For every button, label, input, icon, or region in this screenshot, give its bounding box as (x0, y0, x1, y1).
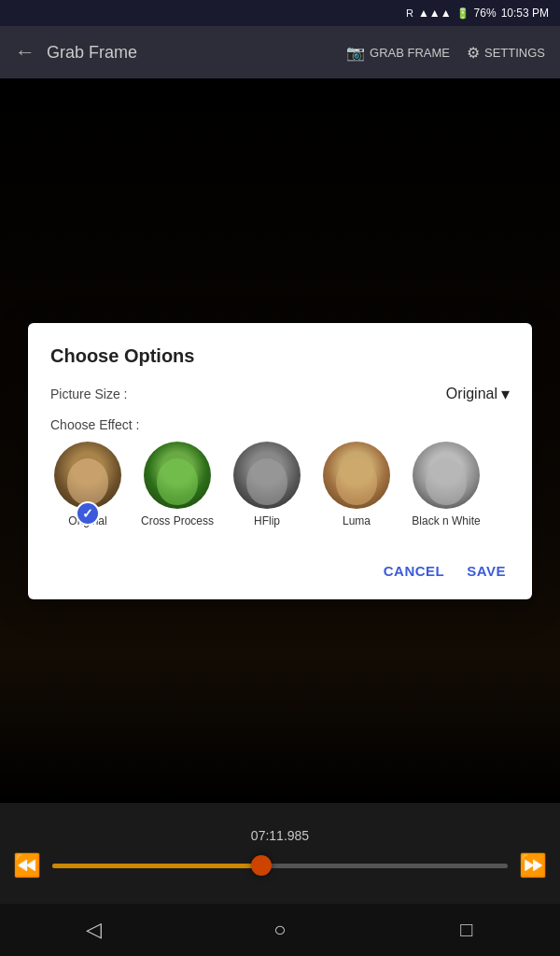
picture-size-dropdown[interactable]: Original ▾ (446, 384, 510, 404)
dialog-title: Choose Options (50, 345, 510, 367)
effect-cross-process[interactable]: Cross Process (140, 442, 215, 527)
skip-forward-button[interactable]: ⏩ (519, 852, 547, 879)
face-original (67, 458, 108, 505)
grab-frame-button[interactable]: 📷 GRAB FRAME (346, 44, 450, 62)
nav-home-button[interactable]: ○ (254, 904, 306, 956)
face-hflip (246, 458, 287, 505)
effect-name-hflip: HFlip (254, 514, 280, 527)
effect-thumb-bnw (413, 442, 480, 509)
seek-bar-container: ⏪ ⏩ (0, 852, 560, 879)
effect-thumb-cross-process (144, 442, 211, 509)
nav-back-icon: ◁ (86, 918, 102, 942)
navigation-bar: ◁ ○ □ (0, 904, 560, 956)
seek-fill (52, 864, 261, 868)
selected-checkmark: ✓ (76, 501, 100, 526)
effect-name-luma: Luma (343, 514, 371, 527)
battery-level: 76% (474, 7, 497, 20)
picture-size-row: Picture Size : Original ▾ (50, 384, 510, 404)
nav-home-icon: ○ (273, 918, 286, 942)
effect-black-n-white[interactable]: Black n White (409, 442, 483, 527)
choose-options-dialog: Choose Options Picture Size : Original ▾… (28, 323, 532, 599)
status-icons: R ▲▲▲ 🔋 76% 10:53 PM (406, 7, 549, 20)
nav-recent-button[interactable]: □ (441, 904, 493, 956)
face-bnw (426, 458, 467, 505)
effect-name-cross-process: Cross Process (141, 514, 214, 527)
settings-label: SETTINGS (484, 46, 545, 60)
grab-frame-label: GRAB FRAME (370, 46, 450, 60)
settings-icon: ⚙ (467, 44, 480, 62)
face-luma (336, 458, 377, 505)
app-title: Grab Frame (47, 43, 335, 63)
nav-recent-icon: □ (460, 918, 472, 942)
settings-button[interactable]: ⚙ SETTINGS (467, 44, 545, 62)
app-bar: ← Grab Frame 📷 GRAB FRAME ⚙ SETTINGS (0, 26, 560, 78)
save-button[interactable]: SAVE (463, 557, 510, 584)
status-bar: R ▲▲▲ 🔋 76% 10:53 PM (0, 0, 560, 26)
app-bar-actions: 📷 GRAB FRAME ⚙ SETTINGS (346, 44, 545, 62)
effect-thumb-hflip (233, 442, 301, 509)
dropdown-arrow-icon: ▾ (501, 384, 510, 404)
back-button[interactable]: ← (15, 40, 35, 64)
dialog-actions: CANCEL SAVE (50, 550, 510, 584)
nav-back-button[interactable]: ◁ (67, 904, 119, 956)
time-display: 10:53 PM (501, 7, 549, 20)
choose-effect-section: Choose Effect : ✓ Original Cross Process (50, 417, 510, 535)
picture-size-label: Picture Size : (50, 387, 144, 401)
picture-size-value: Original (446, 386, 497, 402)
choose-effect-label: Choose Effect : (50, 417, 510, 432)
effect-luma[interactable]: Luma (319, 442, 394, 527)
battery-icon: 🔋 (456, 7, 469, 20)
effect-original[interactable]: ✓ Original (50, 442, 125, 527)
effects-list: ✓ Original Cross Process HFlip (50, 442, 510, 535)
effect-name-bnw: Black n White (412, 514, 480, 527)
effect-hflip[interactable]: HFlip (230, 442, 304, 527)
effect-thumb-luma (323, 442, 390, 509)
dialog-overlay: Choose Options Picture Size : Original ▾… (0, 78, 560, 844)
seek-thumb[interactable] (251, 855, 272, 876)
signal-icon: R (406, 7, 413, 19)
cancel-button[interactable]: CANCEL (380, 557, 449, 584)
skip-back-button[interactable]: ⏪ (13, 852, 41, 879)
camera-icon: 📷 (346, 44, 365, 62)
effect-thumb-original (54, 442, 121, 509)
signal-bars: ▲▲▲ (418, 7, 452, 20)
seek-bar[interactable] (52, 864, 508, 868)
face-cross-process (157, 458, 198, 505)
